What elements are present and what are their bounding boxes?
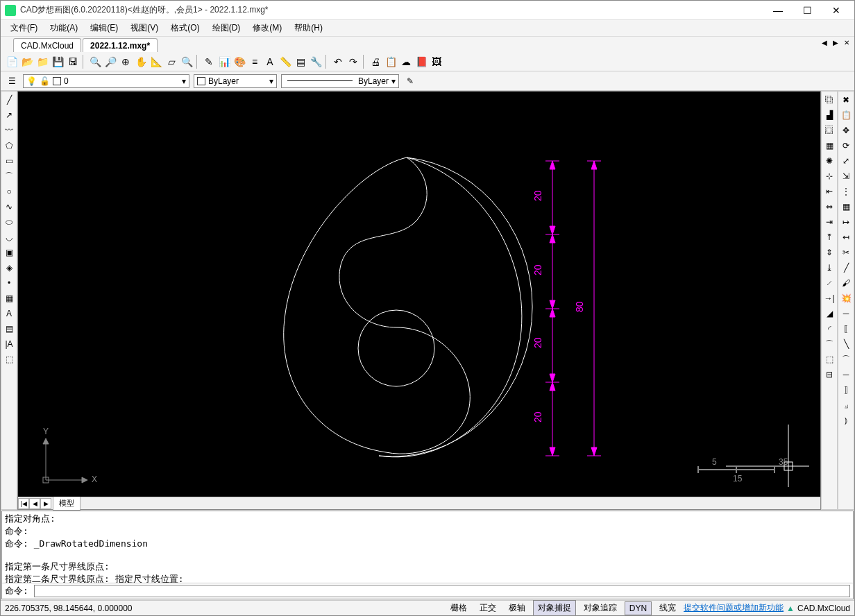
tab-close-icon[interactable]: ✕ [842,38,852,47]
copy-icon[interactable]: ⿻ [822,93,836,107]
offset-icon[interactable]: ⿴ [822,123,836,137]
measure-icon[interactable]: 📐 [149,55,163,69]
line-icon[interactable]: ╱ [2,93,16,107]
rectangle-icon[interactable]: ▭ [2,154,16,168]
spline-icon[interactable]: ∿ [2,200,16,214]
menu-help[interactable]: 帮助(H) [289,20,328,36]
stretch-icon[interactable]: ⇲ [839,169,853,183]
polyline-icon[interactable]: 〰 [2,123,16,137]
open-icon[interactable]: 📂 [20,55,34,69]
tab-current-file[interactable]: 2022.1.12.mxg* [83,38,158,52]
align-left-icon[interactable]: ⇤ [822,185,836,198]
tab-next-icon[interactable]: ▶ [831,38,840,47]
redo-icon[interactable]: ↷ [346,55,360,69]
align-center-icon[interactable]: ⇔ [822,200,836,214]
cloud-icon[interactable]: ☁ [399,55,413,69]
hatch-icon[interactable]: ▦ [2,291,16,305]
mtext-icon[interactable]: |A [2,337,16,351]
align-bottom-icon[interactable]: ⤓ [822,261,836,275]
minimize-button[interactable]: — [764,3,792,18]
mirror-icon[interactable]: ▟ [822,108,836,122]
fillet-icon[interactable]: ◜ [822,322,836,336]
insert-block-icon[interactable]: ▣ [2,246,16,259]
save-icon[interactable]: 💾 [51,55,65,69]
divide-icon[interactable]: ⋮ [839,185,853,198]
explode-icon[interactable]: 💥 [839,291,853,305]
status-dyn[interactable]: DYN [625,601,652,615]
diag-icon[interactable]: ╲ [839,337,853,351]
scroll-next-icon[interactable]: ▶ [40,498,51,509]
group-icon[interactable]: ⬚ [822,352,836,366]
menu-view[interactable]: 视图(V) [125,20,164,36]
menu-function[interactable]: 功能(A) [44,20,83,36]
extend-icon[interactable]: →| [822,291,836,305]
table-icon[interactable]: ▤ [2,322,16,336]
match-icon[interactable]: 🖌 [839,276,853,290]
revcloud-icon[interactable]: ⌒ [839,352,853,366]
zoom-extents-icon[interactable]: ⊕ [119,55,133,69]
status-polar[interactable]: 极轴 [504,600,530,616]
status-osnap[interactable]: 对象捕捉 [533,600,576,616]
break-icon[interactable]: ⟋ [822,276,836,290]
dim-style-icon[interactable]: 📏 [278,55,292,69]
menu-edit[interactable]: 编辑(E) [85,20,124,36]
join-icon[interactable]: ⌒ [822,337,836,351]
erase-icon[interactable]: ✖ [839,93,853,107]
bracket-left-icon[interactable]: ⟦ [839,322,853,336]
open-cloud-icon[interactable]: 📁 [35,55,49,69]
find-icon[interactable]: 🔍 [180,55,194,69]
align-middle-icon[interactable]: ⇕ [822,246,836,259]
zoom-window-icon[interactable]: 🔍 [88,55,102,69]
text-icon[interactable]: A [2,307,16,320]
duplicate-icon[interactable]: 📋 [839,108,853,122]
plot-icon[interactable]: 📋 [384,55,398,69]
make-block-icon[interactable]: ◈ [2,261,16,275]
drawing-canvas[interactable]: 20 20 20 20 80 [18,92,820,497]
close-button[interactable]: ✕ [822,3,850,18]
ellipse-arc-icon[interactable]: ◡ [2,230,16,244]
color-dropdown[interactable]: ByLayer ▾ [194,74,277,88]
scale-icon[interactable]: ⤢ [839,154,853,168]
model-tab[interactable]: 模型 [53,496,81,511]
new-icon[interactable]: 📄 [5,55,19,69]
feedback-link[interactable]: 提交软件问题或增加新功能 [684,602,784,614]
pencil-icon[interactable]: ✎ [202,55,216,69]
chamfer-icon[interactable]: ◢ [822,307,836,320]
lengthen2-icon[interactable]: ↤ [839,230,853,244]
rotate-icon[interactable]: ⟳ [839,139,853,153]
region-icon[interactable]: ⬚ [2,352,16,366]
undo-icon[interactable]: ↶ [331,55,345,69]
command-input[interactable] [34,585,850,597]
status-grid[interactable]: 栅格 [446,600,472,616]
scroll-first-icon[interactable]: |◀ [18,498,29,509]
move-icon[interactable]: ✥ [839,123,853,137]
scroll-prev-icon[interactable]: ◀ [29,498,40,509]
ray-icon[interactable]: ↗ [2,108,16,122]
align-right-icon[interactable]: ⇥ [822,215,836,229]
linetype-icon[interactable]: ≡ [248,55,262,69]
maximize-button[interactable]: ☐ [793,3,821,18]
export-image-icon[interactable]: 🖼 [430,55,443,69]
block-icon[interactable]: ▤ [294,55,307,69]
export-pdf-icon[interactable]: 📕 [414,55,428,69]
paren-icon[interactable]: ⦆ [839,413,853,427]
layer-manager-icon[interactable]: ☰ [5,74,19,88]
menu-draw[interactable]: 绘图(D) [207,20,246,36]
point-icon[interactable]: • [2,276,16,290]
color-icon[interactable]: 🎨 [232,55,246,69]
align-top-icon[interactable]: ⤒ [822,230,836,244]
status-otrack[interactable]: 对象追踪 [579,600,622,616]
saveas-icon[interactable]: 🖫 [66,55,80,69]
origin-icon[interactable]: ⊹ [822,169,836,183]
layer-dropdown[interactable]: 💡 🔓 0 ▾ [23,74,189,88]
polygon-icon[interactable]: ⬠ [2,139,16,153]
array-rect-icon[interactable]: ▦ [822,139,836,153]
linetype-dropdown[interactable]: ByLayer ▾ [281,74,399,88]
trim-icon[interactable]: ✂ [839,246,853,259]
print-icon[interactable]: 🖨 [369,55,382,69]
status-lwt[interactable]: 线宽 [654,600,681,616]
extend2-icon[interactable]: ╱ [839,261,853,275]
tab-prev-icon[interactable]: ◀ [820,38,829,47]
area-icon[interactable]: ▱ [164,55,178,69]
lineweight-icon[interactable]: ✎ [403,74,417,88]
